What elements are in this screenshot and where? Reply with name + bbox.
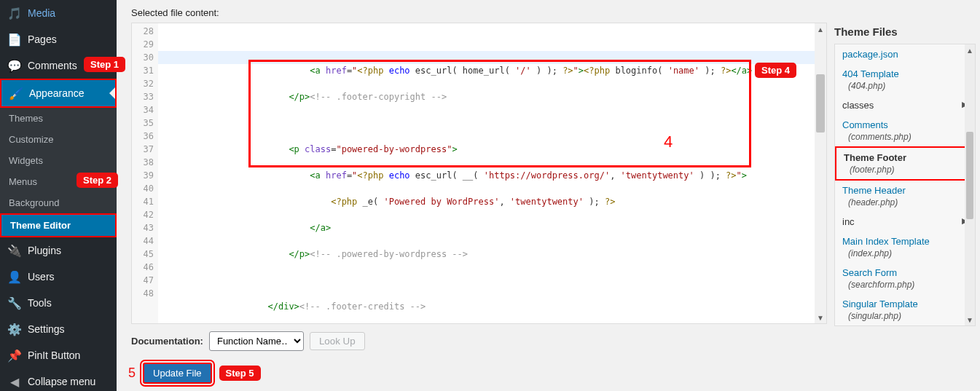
theme-files-list: package.json 404 Template (404.php) clas… xyxy=(834,44,976,326)
sidebar-item-pages[interactable]: 📄Pages xyxy=(0,26,117,52)
highlight-number-5: 5 xyxy=(128,366,136,381)
tf-comments-file: (comments.php) xyxy=(835,132,975,146)
appearance-icon: 🖌️ xyxy=(9,86,23,100)
step-5-badge: Step 5 xyxy=(219,366,261,381)
pinit-icon: 📌 xyxy=(7,348,22,363)
tf-footer-file: (footer.php) xyxy=(836,165,973,179)
sidebar-item-appearance[interactable]: 🖌️Appearance xyxy=(0,79,117,108)
sidebar-sub-widgets[interactable]: Widgets xyxy=(0,150,117,171)
sidebar-sub-theme-editor[interactable]: Theme Editor xyxy=(0,213,117,237)
scroll-thumb[interactable] xyxy=(966,132,973,219)
label: Collapse menu xyxy=(28,376,95,387)
tf-search-file: (searchform.php) xyxy=(835,280,975,294)
collapse-icon: ◀ xyxy=(7,374,22,389)
tf-package[interactable]: package.json xyxy=(835,44,975,64)
sidebar-sub-customize[interactable]: Customize xyxy=(0,129,117,150)
label: PinIt Button xyxy=(28,349,80,361)
sidebar-item-media[interactable]: 🎵Media xyxy=(0,0,117,26)
tf-main-index-file: (index.php) xyxy=(835,248,975,263)
label: Appearance xyxy=(29,87,85,99)
tf-singular-file: (singular.php) xyxy=(835,311,975,325)
label: Tools xyxy=(28,297,52,309)
theme-files-scrollbar[interactable]: ▲ ▼ xyxy=(965,44,975,325)
label: Comments xyxy=(28,60,77,71)
admin-sidebar: 🎵Media 📄Pages 💬Comments Step 1 🖌️Appeara… xyxy=(0,0,117,391)
tf-classes[interactable]: classes▶ xyxy=(835,95,975,115)
plugins-icon: 🔌 xyxy=(7,243,22,258)
sidebar-collapse[interactable]: ◀Collapse menu xyxy=(0,368,117,391)
label: Plugins xyxy=(28,245,61,256)
lookup-button[interactable]: Look Up xyxy=(310,332,365,350)
highlight-number-4: 4 xyxy=(664,133,673,151)
doc-bar: Documentation: Function Name… Look Up xyxy=(131,324,980,358)
label: Users xyxy=(28,271,55,283)
code-editor[interactable]: 2829303132333435363738394041424344454647… xyxy=(131,23,827,324)
tools-icon: 🔧 xyxy=(7,296,22,310)
editor-scrollbar[interactable]: ▲ ▼ xyxy=(815,23,826,323)
update-file-button[interactable]: Update File xyxy=(143,363,211,384)
update-row: 5 Update File Step 5 xyxy=(131,358,980,384)
function-select[interactable]: Function Name… xyxy=(209,331,304,351)
users-icon: 👤 xyxy=(7,269,22,284)
selected-file-label: Selected file content: xyxy=(131,7,980,18)
settings-icon: ⚙️ xyxy=(7,322,22,336)
code[interactable]: <a href="<?php echo esc_url( home_url( '… xyxy=(158,23,826,323)
scroll-thumb[interactable] xyxy=(816,74,825,133)
sidebar-item-settings[interactable]: ⚙️Settings xyxy=(0,316,117,342)
theme-files-title: Theme Files xyxy=(834,23,976,44)
main: Selected file content: 28293031323334353… xyxy=(117,0,980,391)
sidebar-sub-background[interactable]: Background xyxy=(0,192,117,213)
media-icon: 🎵 xyxy=(7,6,22,20)
scroll-up-icon[interactable]: ▲ xyxy=(815,23,826,35)
pages-icon: 📄 xyxy=(7,32,22,47)
sidebar-item-tools[interactable]: 🔧Tools xyxy=(0,290,117,316)
sidebar-sub-themes[interactable]: Themes xyxy=(0,108,117,129)
tf-header-file: (header.php) xyxy=(835,197,975,212)
label: Settings xyxy=(28,323,65,335)
sidebar-item-pinit[interactable]: 📌PinIt Button xyxy=(0,342,117,368)
step-2-badge: Step 2 xyxy=(77,173,118,188)
tf-404-file: (404.php) xyxy=(835,81,975,95)
tf-footer-box: Theme Footer (footer.php) xyxy=(835,146,975,181)
theme-files-panel: Theme Files package.json 404 Template (4… xyxy=(827,23,980,324)
scroll-down-icon[interactable]: ▼ xyxy=(965,314,975,325)
step-4-badge: Step 4 xyxy=(755,63,796,78)
sidebar-item-plugins[interactable]: 🔌Plugins xyxy=(0,237,117,264)
sidebar-item-users[interactable]: 👤Users xyxy=(0,264,117,290)
gutter: 2829303132333435363738394041424344454647… xyxy=(132,23,158,323)
label: Media xyxy=(28,7,55,19)
label: Pages xyxy=(28,33,57,45)
scroll-up-icon[interactable]: ▲ xyxy=(965,44,975,56)
scroll-down-icon[interactable]: ▼ xyxy=(815,312,826,323)
active-arrow-icon xyxy=(109,87,115,99)
tf-inc[interactable]: inc▶ xyxy=(835,212,975,232)
doc-label: Documentation: xyxy=(131,336,203,347)
comments-icon: 💬 xyxy=(7,58,22,73)
